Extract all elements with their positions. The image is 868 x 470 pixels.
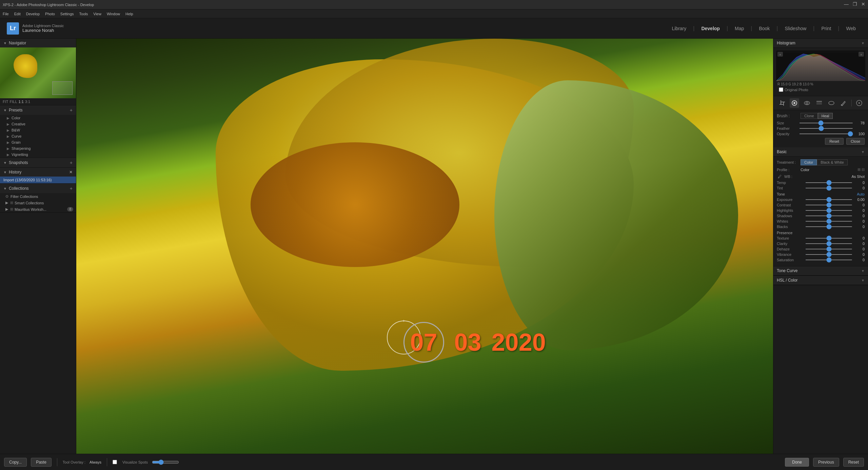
user-name: Laurence Norah [22, 28, 64, 33]
saturation-slider[interactable] [805, 260, 852, 260]
collections-header[interactable]: ▼Collections + [0, 184, 76, 193]
nav-slideshow[interactable]: Slideshow [780, 24, 812, 33]
red-eye-tool[interactable] [802, 98, 812, 108]
tone-curve-header[interactable]: Tone Curve ▼ [773, 266, 868, 275]
preset-vignetting-arrow: ▶ [7, 153, 9, 157]
hsl-color-header[interactable]: HSL / Color ▼ [773, 276, 868, 285]
preset-curve[interactable]: ▶Curve [0, 133, 76, 139]
wb-eyedropper-icon[interactable]: 🖊 [777, 175, 782, 179]
collection-mauritius[interactable]: ▶ ⊞Mauritius Worksh... 8 [0, 206, 76, 212]
spot-close-button[interactable]: Close [846, 138, 865, 145]
nav-print[interactable]: Print [816, 24, 837, 33]
nav-map[interactable]: Map [729, 24, 749, 33]
nav-web[interactable]: Web [841, 24, 861, 33]
preset-creative[interactable]: ▶Creative [0, 121, 76, 127]
original-photo-checkbox[interactable] [779, 87, 783, 92]
svg-rect-9 [816, 103, 822, 103]
tint-slider[interactable] [805, 188, 852, 188]
profile-grid-button[interactable]: ⊞ ⊟ [857, 167, 865, 172]
radial-filter-tool[interactable] [827, 98, 836, 108]
history-header[interactable]: ▼History ✕ [0, 168, 76, 177]
exposure-slider[interactable] [805, 199, 852, 200]
spot-reset-button[interactable]: Reset [825, 138, 844, 145]
history-close-button[interactable]: ✕ [69, 170, 73, 175]
dehaze-slider[interactable] [805, 249, 852, 249]
presets-add-button[interactable]: + [70, 107, 73, 113]
close-button[interactable]: ✕ [861, 1, 865, 7]
color-wheel-icon[interactable] [854, 98, 864, 108]
blacks-value: 0 [854, 225, 865, 229]
snapshots-header[interactable]: ▼Snapshots + [0, 158, 76, 167]
navigator-triangle: ▼ [3, 41, 7, 45]
heal-button[interactable]: Heal [818, 113, 833, 119]
clone-button[interactable]: Clone [801, 113, 818, 119]
blacks-label: Blacks [777, 225, 804, 229]
preset-sharpening[interactable]: ▶Sharpening [0, 145, 76, 151]
menu-view[interactable]: View [93, 12, 101, 16]
highlights-slider[interactable] [805, 210, 852, 211]
opacity-slider[interactable] [799, 134, 853, 134]
menu-window[interactable]: Window [107, 12, 120, 16]
preset-bw[interactable]: ▶B&W [0, 127, 76, 133]
restore-button[interactable]: ❐ [853, 1, 857, 7]
texture-label: Texture [777, 236, 804, 240]
tool-overlay-value[interactable]: Always [90, 460, 101, 464]
preset-grain[interactable]: ▶Grain [0, 139, 76, 145]
collection-smart[interactable]: ▶ ⊞Smart Collections [0, 200, 76, 206]
histogram-header[interactable]: Histogram ▼ [773, 39, 868, 48]
paste-button[interactable]: Paste [31, 458, 52, 467]
reset-button[interactable]: Reset [843, 458, 864, 467]
graduated-filter-tool[interactable] [814, 98, 824, 108]
snapshots-add-button[interactable]: + [70, 160, 73, 165]
color-treatment-button[interactable]: Color [801, 159, 817, 165]
copy-button[interactable]: Copy... [4, 458, 27, 467]
presets-header[interactable]: ▼Presets + [0, 105, 76, 115]
temp-slider[interactable] [805, 182, 852, 183]
spot-heal-tool[interactable] [790, 98, 799, 108]
menu-photo[interactable]: Photo [45, 12, 55, 16]
clarity-slider[interactable] [805, 243, 852, 244]
adjustment-brush-tool[interactable] [839, 98, 848, 108]
collection-filter[interactable]: ⊙Filter Collections [0, 193, 76, 200]
collections-add-button[interactable]: + [70, 186, 73, 191]
shadows-slider[interactable] [805, 216, 852, 216]
previous-button[interactable]: Previous [813, 458, 839, 467]
image-canvas[interactable]: 07 03 2020 [76, 39, 773, 454]
preset-vignetting[interactable]: ▶Vignetting [0, 151, 76, 158]
minimize-button[interactable]: — [844, 1, 849, 7]
smart-arrow: ▶ [5, 201, 8, 205]
fit-3to1[interactable]: 3:1 [25, 100, 30, 104]
menu-develop[interactable]: Develop [26, 12, 40, 16]
basic-header[interactable]: Basic ▼ [773, 147, 868, 157]
bw-treatment-button[interactable]: Black & White [817, 159, 847, 165]
visualize-spots-checkbox[interactable] [113, 460, 117, 464]
whites-slider[interactable] [805, 221, 852, 222]
visualize-spots-slider[interactable] [152, 459, 179, 465]
size-slider[interactable] [799, 123, 853, 123]
navigator-header[interactable]: ▼Navigator [0, 39, 76, 47]
menu-tools[interactable]: Tools [79, 12, 88, 16]
menu-settings[interactable]: Settings [60, 12, 74, 16]
preset-color[interactable]: ▶Color [0, 115, 76, 121]
blacks-slider[interactable] [805, 226, 852, 227]
feather-slider[interactable] [799, 128, 853, 129]
menu-edit[interactable]: Edit [14, 12, 21, 16]
crop-tool[interactable] [777, 98, 787, 108]
auto-button[interactable]: Auto [857, 192, 865, 196]
contrast-slider[interactable] [805, 205, 852, 205]
nav-develop[interactable]: Develop [696, 24, 725, 33]
stem-area [494, 80, 738, 350]
vibrance-slider[interactable] [805, 254, 852, 255]
fit-1to1[interactable]: 1:1 [19, 100, 24, 104]
menu-help[interactable]: Help [125, 12, 133, 16]
nav-book[interactable]: Book [753, 24, 775, 33]
original-photo-label: Original Photo [785, 88, 808, 92]
done-button[interactable]: Done [785, 458, 809, 467]
menu-file[interactable]: File [3, 12, 9, 16]
history-item-import[interactable]: Import (13/03/2020 11:53:16) [0, 177, 76, 183]
nav-library[interactable]: Library [666, 24, 692, 33]
fit-fill[interactable]: FILL [10, 100, 17, 104]
saturation-row: Saturation 0 [777, 258, 865, 262]
texture-slider[interactable] [805, 238, 852, 239]
fit-fit[interactable]: FIT [3, 100, 8, 104]
